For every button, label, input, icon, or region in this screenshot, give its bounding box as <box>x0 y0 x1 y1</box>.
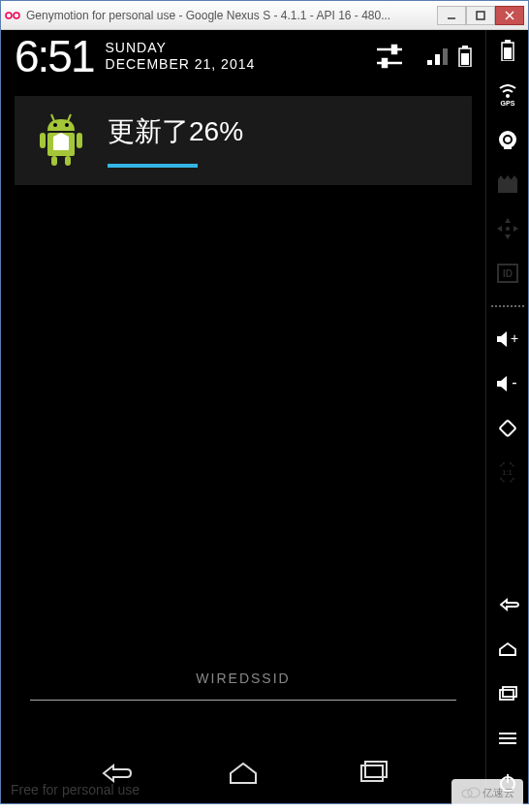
tb-dpad-icon[interactable] <box>495 216 520 241</box>
tb-home-icon[interactable] <box>495 637 520 662</box>
svg-rect-20 <box>65 156 71 166</box>
minimize-button[interactable] <box>437 6 466 25</box>
tb-volume-up-icon[interactable]: + <box>495 327 520 352</box>
svg-text:+: + <box>510 330 517 346</box>
tb-separator <box>491 305 524 307</box>
nav-recent-button[interactable] <box>343 758 401 789</box>
tb-screencast-icon[interactable] <box>495 172 520 197</box>
notification-body: 更新了26% <box>108 113 454 168</box>
svg-rect-3 <box>477 12 484 19</box>
tb-menu-icon[interactable] <box>495 726 520 751</box>
svg-text:GPS: GPS <box>500 100 514 106</box>
svg-marker-40 <box>512 175 517 179</box>
svg-marker-39 <box>505 175 511 179</box>
svg-rect-37 <box>498 179 517 193</box>
svg-text:ID: ID <box>503 268 513 279</box>
svg-point-45 <box>506 227 510 231</box>
svg-rect-54 <box>503 687 516 697</box>
battery-icon <box>458 46 472 67</box>
tb-camera-icon[interactable] <box>495 127 520 152</box>
svg-marker-43 <box>497 226 502 232</box>
svg-point-31 <box>506 94 510 98</box>
app-icon <box>5 8 20 23</box>
window-title: Genymotion for personal use - Google Nex… <box>26 9 437 22</box>
maximize-button[interactable] <box>466 6 495 25</box>
android-robot-icon <box>32 111 90 170</box>
svg-marker-41 <box>505 218 511 223</box>
logo-watermark: 亿速云 <box>451 779 523 806</box>
notification-title: 更新了26% <box>108 113 454 150</box>
svg-text:-: - <box>512 375 516 390</box>
svg-rect-9 <box>383 59 387 67</box>
tb-recent-icon[interactable] <box>495 681 520 706</box>
tb-battery-icon[interactable] <box>495 38 520 63</box>
date-block: SUNDAY DECEMBER 21, 2014 <box>106 40 256 73</box>
svg-point-0 <box>6 13 12 18</box>
notification-card[interactable]: 更新了26% <box>15 96 472 185</box>
notification-shade-header[interactable]: 6:51 SUNDAY DECEMBER 21, 2014 <box>1 30 485 86</box>
svg-marker-50 <box>497 376 507 391</box>
svg-rect-53 <box>500 690 513 700</box>
bottom-shelf: WIREDSSID Free for personal use <box>1 671 485 803</box>
watermark-text: Free for personal use <box>11 782 140 797</box>
svg-rect-30 <box>504 47 512 59</box>
svg-rect-18 <box>77 133 82 148</box>
svg-line-22 <box>68 114 71 121</box>
svg-rect-15 <box>461 53 469 65</box>
svg-rect-11 <box>435 54 440 65</box>
svg-point-23 <box>53 123 57 127</box>
svg-rect-12 <box>443 48 448 65</box>
svg-point-61 <box>468 788 480 797</box>
device-area: 6:51 SUNDAY DECEMBER 21, 2014 <box>1 30 485 803</box>
date-label: DECEMBER 21, 2014 <box>106 56 256 73</box>
day-label: SUNDAY <box>106 40 256 56</box>
svg-rect-17 <box>40 133 46 148</box>
svg-marker-38 <box>498 175 504 179</box>
svg-rect-10 <box>427 60 432 65</box>
nav-home-button[interactable] <box>214 758 272 789</box>
tb-back-icon[interactable] <box>495 592 520 617</box>
svg-point-1 <box>14 13 19 18</box>
svg-point-24 <box>65 123 69 127</box>
logo-text: 亿速云 <box>482 786 514 800</box>
content: 6:51 SUNDAY DECEMBER 21, 2014 <box>1 30 528 803</box>
clock: 6:51 <box>15 34 94 78</box>
svg-marker-48 <box>497 331 507 347</box>
shade-handle[interactable] <box>30 700 456 701</box>
tb-volume-down-icon[interactable]: - <box>495 371 520 396</box>
side-toolbar: GPS ID + - ⤢ ⤡1:1⤡ ⤢ <box>485 30 528 803</box>
progress-fill <box>108 164 198 168</box>
device-screen[interactable]: 6:51 SUNDAY DECEMBER 21, 2014 <box>1 30 485 803</box>
svg-line-21 <box>51 114 54 121</box>
tb-gps-icon[interactable]: GPS <box>495 82 520 108</box>
tb-scale-icon[interactable]: ⤢ ⤡1:1⤡ ⤢ <box>495 460 520 485</box>
svg-point-35 <box>505 137 511 142</box>
window-controls <box>437 6 524 25</box>
svg-marker-44 <box>513 226 518 232</box>
tb-rotate-icon[interactable] <box>495 416 520 441</box>
svg-rect-36 <box>504 146 512 149</box>
svg-rect-25 <box>53 137 69 150</box>
signal-icon <box>425 45 449 68</box>
progress-bar <box>108 164 454 168</box>
ssid-label: WIREDSSID <box>1 671 485 686</box>
settings-sliders-icon[interactable] <box>373 40 406 73</box>
svg-rect-19 <box>51 156 57 166</box>
close-button[interactable] <box>495 6 524 25</box>
svg-rect-7 <box>392 46 396 53</box>
svg-rect-52 <box>499 421 515 437</box>
svg-marker-42 <box>505 234 511 239</box>
tb-id-icon[interactable]: ID <box>495 261 520 286</box>
window-frame: Genymotion for personal use - Google Nex… <box>0 0 529 804</box>
titlebar[interactable]: Genymotion for personal use - Google Nex… <box>1 1 528 30</box>
